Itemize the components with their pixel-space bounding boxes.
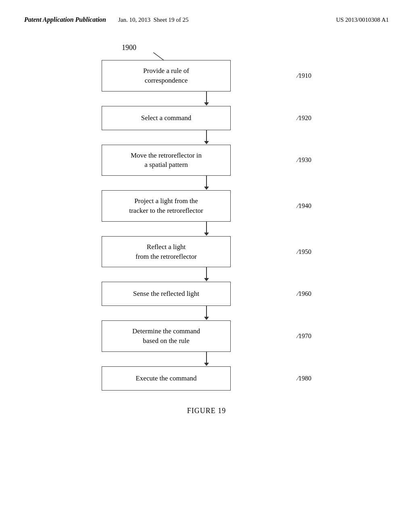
arrow-1950-1960	[204, 267, 209, 282]
step-num-1980: ∕1980	[297, 375, 311, 382]
diagram-title-area: 1900	[102, 44, 311, 52]
step-row-1920: Select a command ∕1920	[102, 106, 311, 130]
page: Patent Application Publication Jan. 10, …	[0, 0, 413, 532]
arrow-1910-1920	[204, 91, 209, 106]
arrow-1920-1930	[204, 130, 209, 145]
step-box-1950: Reflect a light from the retroreflector	[102, 236, 231, 268]
step-box-1930: Move the retroreflector in a spatial pat…	[102, 145, 231, 176]
step-num-1960: ∕1960	[297, 290, 311, 297]
step-num-1920: ∕1920	[297, 114, 311, 122]
step-row-1930: Move the retroreflector in a spatial pat…	[102, 145, 311, 176]
arrow-1960-1970	[204, 306, 209, 320]
step-box-1920: Select a command	[102, 106, 231, 130]
main-content: 1900 Provide a rule of correspondence ∕1…	[0, 31, 413, 431]
step-box-1960: Sense the reflected light	[102, 282, 231, 306]
step-box-1940: Project a light from the tracker to the …	[102, 190, 231, 222]
header: Patent Application Publication Jan. 10, …	[0, 0, 413, 31]
step-num-1910: ∕1910	[297, 72, 311, 79]
diagram-id-label: 1900	[122, 44, 136, 52]
step-num-1930: ∕1930	[297, 156, 311, 164]
header-date: Jan. 10, 2013 Sheet 19 of 25	[118, 17, 189, 23]
step-box-1970: Determine the command based on the rule	[102, 320, 231, 352]
header-patent: US 2013/0010308 A1	[336, 17, 389, 23]
step-row-1980: Execute the command ∕1980	[102, 366, 311, 391]
arrow-1940-1950	[204, 222, 209, 236]
step-row-1940: Project a light from the tracker to the …	[102, 190, 311, 222]
step-num-1950: ∕1950	[297, 248, 311, 256]
step-box-1910: Provide a rule of correspondence	[102, 60, 231, 91]
step-num-1970: ∕1970	[297, 332, 311, 340]
flowchart: Provide a rule of correspondence ∕1910 S…	[24, 60, 389, 391]
step-box-1980: Execute the command	[102, 366, 231, 391]
step-row-1950: Reflect a light from the retroreflector …	[102, 236, 311, 268]
step-row-1960: Sense the reflected light ∕1960	[102, 282, 311, 306]
step-num-1940: ∕1940	[297, 202, 311, 210]
figure-label: FIGURE 19	[187, 407, 226, 415]
step-row-1970: Determine the command based on the rule …	[102, 320, 311, 352]
arrow-1970-1980	[204, 352, 209, 366]
publication-label: Patent Application Publication	[24, 16, 106, 23]
step-row-1910: Provide a rule of correspondence ∕1910	[102, 60, 311, 91]
arrow-1930-1940	[204, 176, 209, 190]
